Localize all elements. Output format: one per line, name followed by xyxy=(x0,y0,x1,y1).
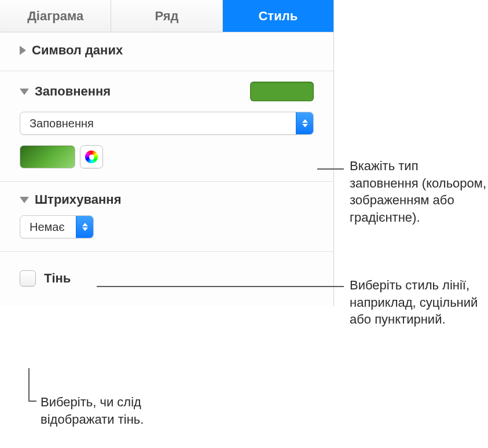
stroke-title: Штрихування xyxy=(35,192,121,207)
popup-arrows-icon xyxy=(76,216,93,238)
callout-text-fill: Вкажіть тип заповнення (кольором, зображ… xyxy=(350,157,488,226)
stroke-style-value: Немає xyxy=(20,221,76,234)
data-symbol-title: Символ даних xyxy=(32,43,123,58)
callout-line-stroke xyxy=(97,286,344,287)
callout-line-shadow xyxy=(28,368,36,402)
inspector-panel: Діаграма Ряд Стиль Символ даних Заповне xyxy=(0,0,334,306)
stroke-style-popup[interactable]: Немає xyxy=(20,215,94,238)
fill-gradient-well[interactable] xyxy=(20,145,75,168)
fill-type-popup[interactable]: Заповнення xyxy=(20,112,314,135)
tab-style[interactable]: Стиль xyxy=(223,0,333,32)
popup-arrows-icon xyxy=(296,112,313,134)
callout-text-stroke: Виберіть стиль лінії, наприклад, суцільн… xyxy=(350,277,488,328)
section-stroke: Штрихування Немає xyxy=(0,182,333,252)
shadow-label: Тінь xyxy=(44,271,71,286)
stroke-toggle[interactable]: Штрихування xyxy=(20,192,121,207)
data-symbol-toggle[interactable]: Символ даних xyxy=(20,43,123,58)
callout-line-fill xyxy=(317,168,344,170)
chevron-down-icon xyxy=(20,197,29,203)
fill-toggle[interactable]: Заповнення xyxy=(20,84,111,99)
color-picker-button[interactable] xyxy=(80,145,103,168)
fill-type-value: Заповнення xyxy=(20,117,296,130)
tab-series[interactable]: Ряд xyxy=(111,0,222,32)
fill-title: Заповнення xyxy=(35,84,111,99)
tab-series-label: Ряд xyxy=(155,9,178,24)
fill-color-well[interactable] xyxy=(250,82,314,101)
tab-chart[interactable]: Діаграма xyxy=(0,0,111,32)
tab-style-label: Стиль xyxy=(258,9,298,24)
chevron-right-icon xyxy=(20,46,26,55)
chevron-down-icon xyxy=(20,89,29,95)
callout-text-shadow: Виберіть, чи слід відображати тінь. xyxy=(41,394,214,428)
color-wheel-icon xyxy=(85,150,98,163)
tab-chart-label: Діаграма xyxy=(27,9,83,24)
tabs-bar: Діаграма Ряд Стиль xyxy=(0,0,333,32)
section-data-symbol: Символ даних xyxy=(0,32,333,71)
panel-content: Символ даних Заповнення Заповнення xyxy=(0,32,333,306)
section-fill: Заповнення Заповнення xyxy=(0,71,333,182)
shadow-checkbox[interactable] xyxy=(20,270,36,287)
